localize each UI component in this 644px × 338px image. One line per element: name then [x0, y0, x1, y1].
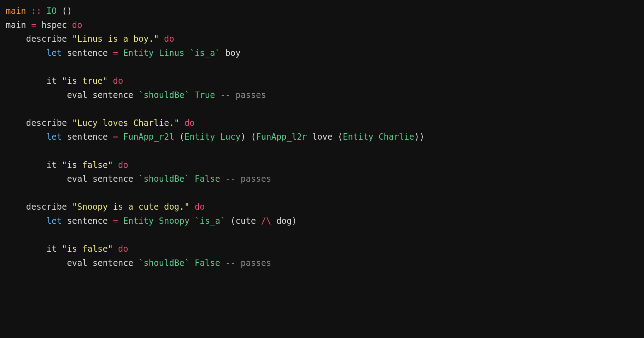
code-token [215, 132, 220, 142]
code-token: Entity [185, 132, 215, 142]
code-token [6, 48, 47, 58]
code-token [41, 6, 46, 16]
code-token: do [164, 34, 174, 44]
code-token: ( [251, 132, 256, 142]
code-block: main :: IO ()main = hspec do describe "L… [6, 4, 638, 270]
code-token: ) [241, 132, 246, 142]
code-token [113, 160, 118, 170]
code-token [246, 132, 251, 142]
code-token: False [195, 258, 220, 268]
code-token: "is false" [62, 160, 113, 170]
code-line: main = hspec do [6, 18, 638, 33]
code-token: -- passes [220, 90, 266, 100]
code-line [6, 144, 638, 158]
code-token: sentence [62, 216, 113, 226]
code-token: )) [414, 132, 425, 142]
code-token: boy [220, 48, 241, 58]
code-token: False [195, 174, 220, 184]
code-line: eval sentence `shouldBe` True -- passes [6, 88, 638, 103]
code-token: IO [47, 6, 57, 16]
code-token: eval sentence [6, 174, 139, 184]
code-token: ( [338, 132, 343, 142]
code-token [189, 202, 194, 212]
code-token: ( [179, 132, 184, 142]
code-token: do [195, 202, 205, 212]
code-line: it "is true" do [6, 74, 638, 88]
code-token: cute [235, 216, 261, 226]
code-token [118, 48, 123, 58]
code-token: "is false" [62, 244, 113, 254]
code-token: ) [292, 216, 297, 226]
code-token: eval sentence [6, 258, 139, 268]
code-token: ( [230, 216, 235, 226]
code-token [26, 6, 31, 16]
code-token [189, 216, 194, 226]
code-token [185, 48, 189, 58]
code-token [225, 216, 230, 226]
code-token: = [113, 132, 118, 142]
code-token: it [6, 244, 62, 254]
code-token [159, 34, 164, 44]
code-token: `shouldBe` [139, 90, 190, 100]
code-token: FunApp_l2r [256, 132, 307, 142]
code-token [373, 132, 378, 142]
code-token: love [307, 132, 338, 142]
code-token: do [118, 244, 128, 254]
code-token [215, 90, 220, 100]
code-token: it [6, 160, 62, 170]
code-token [220, 258, 225, 268]
code-token: "is true" [62, 76, 108, 86]
code-token: -- passes [225, 174, 271, 184]
code-token [118, 132, 123, 142]
code-token: Entity [123, 48, 154, 58]
code-token [118, 216, 123, 226]
code-token: describe [6, 202, 72, 212]
code-token [179, 118, 184, 128]
code-token: do [113, 76, 123, 86]
code-token: = [113, 216, 118, 226]
code-token: let [47, 48, 62, 58]
code-token [57, 6, 62, 16]
code-line: let sentence = Entity Linus `is_a` boy [6, 46, 638, 60]
code-line [6, 102, 638, 116]
code-token [154, 48, 159, 58]
code-token: do [118, 160, 128, 170]
code-token: = [113, 48, 118, 58]
code-token: = [31, 20, 36, 30]
code-token: hspec [36, 20, 72, 30]
code-token: describe [6, 118, 72, 128]
code-token: sentence [62, 48, 113, 58]
code-token: Lucy [220, 132, 241, 142]
code-token [108, 76, 113, 86]
code-token: do [72, 20, 82, 30]
code-line: let sentence = FunApp_r2l (Entity Lucy) … [6, 130, 638, 144]
code-token: :: [31, 6, 41, 16]
code-line [6, 60, 638, 74]
code-line: describe "Snoopy is a cute dog." do [6, 200, 638, 214]
code-token: Linus [159, 48, 185, 58]
code-token: main [6, 20, 31, 30]
code-token: eval sentence [6, 90, 139, 100]
code-token [189, 258, 194, 268]
code-token: `is_a` [195, 216, 226, 226]
code-token: sentence [62, 132, 113, 142]
code-token: describe [6, 34, 72, 44]
code-token: `shouldBe` [139, 174, 190, 184]
code-token: it [6, 76, 62, 86]
code-token: True [195, 90, 215, 100]
code-token: "Lucy loves Charlie." [72, 118, 179, 128]
code-line: let sentence = Entity Snoopy `is_a` (cut… [6, 214, 638, 228]
code-line: describe "Lucy loves Charlie." do [6, 116, 638, 130]
code-token: Snoopy [159, 216, 190, 226]
code-line: it "is false" do [6, 158, 638, 173]
code-token: Charlie [379, 132, 414, 142]
code-line: eval sentence `shouldBe` False -- passes [6, 256, 638, 270]
code-token: "Snoopy is a cute dog." [72, 202, 189, 212]
code-token: -- passes [225, 258, 271, 268]
code-token [189, 90, 194, 100]
code-token [6, 132, 47, 142]
code-token [6, 216, 47, 226]
code-token: "Linus is a boy." [72, 34, 159, 44]
code-line: main :: IO () [6, 4, 638, 18]
code-token: let [47, 132, 62, 142]
